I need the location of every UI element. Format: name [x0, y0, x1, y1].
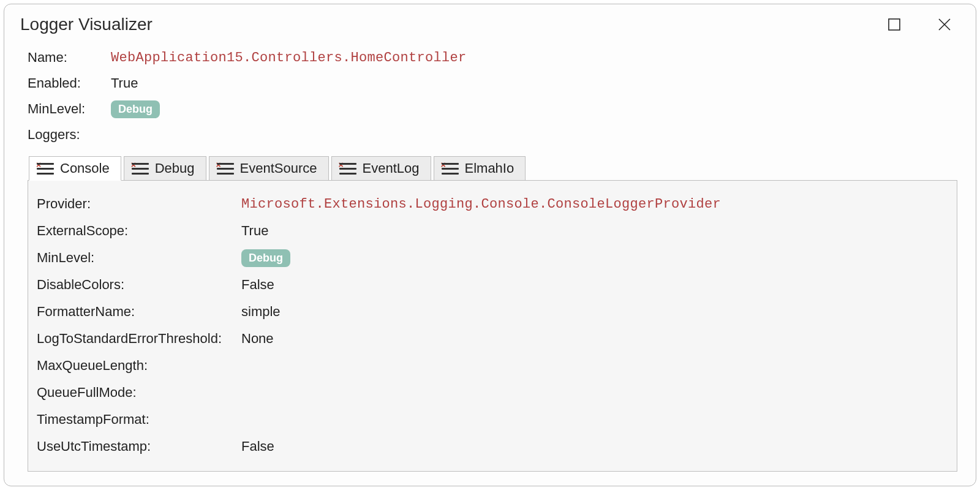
body: Name: WebApplication15.Controllers.HomeC… — [4, 45, 976, 472]
property-value: Microsoft.Extensions.Logging.Console.Con… — [241, 197, 721, 212]
tabs: ×Console×Debug×EventSource×EventLog×Elma… — [29, 156, 957, 181]
property-label: QueueFullMode: — [37, 385, 241, 401]
loggers-label: Loggers: — [28, 127, 111, 143]
property-label: MaxQueueLength: — [37, 358, 241, 374]
titlebar: Logger Visualizer — [4, 4, 976, 45]
property-label: FormatterName: — [37, 304, 241, 320]
tab-label: ElmahIo — [465, 160, 514, 176]
close-icon — [937, 17, 952, 32]
property-value: False — [241, 439, 274, 454]
svg-rect-0 — [889, 19, 900, 30]
property-row: MinLevel:Debug — [37, 244, 948, 271]
property-row: LogToStandardErrorThreshold:None — [37, 325, 948, 352]
property-label: TimestampFormat: — [37, 412, 241, 428]
tab-console[interactable]: ×Console — [29, 156, 121, 181]
property-label: MinLevel: — [37, 250, 241, 266]
field-enabled: Enabled: True — [28, 70, 957, 96]
tab-eventlog[interactable]: ×EventLog — [331, 156, 431, 181]
window-title: Logger Visualizer — [20, 15, 153, 34]
property-row: MaxQueueLength: — [37, 352, 948, 379]
maximize-icon — [888, 18, 901, 31]
property-row: Provider:Microsoft.Extensions.Logging.Co… — [37, 190, 948, 217]
log-list-icon: × — [132, 162, 149, 175]
field-name: Name: WebApplication15.Controllers.HomeC… — [28, 45, 957, 70]
property-label: UseUtcTimestamp: — [37, 439, 241, 454]
tab-label: Console — [60, 160, 110, 176]
log-list-icon: × — [442, 162, 459, 175]
property-row: ExternalScope:True — [37, 217, 948, 244]
log-list-icon: × — [37, 162, 54, 175]
log-list-icon: × — [217, 162, 234, 175]
property-row: DisableColors:False — [37, 271, 948, 298]
property-row: UseUtcTimestamp:False — [37, 433, 948, 460]
property-value: simple — [241, 304, 281, 320]
tab-label: EventLog — [363, 160, 420, 176]
property-value: False — [241, 277, 274, 293]
property-value: None — [241, 331, 274, 347]
field-minlevel: MinLevel: Debug — [28, 96, 957, 122]
minlevel-badge: Debug — [111, 100, 160, 118]
window: Logger Visualizer Name: WebApplication15… — [4, 4, 976, 486]
name-value: WebApplication15.Controllers.HomeControl… — [111, 50, 467, 66]
tab-debug[interactable]: ×Debug — [124, 156, 206, 181]
property-value: Debug — [241, 249, 290, 267]
property-value: True — [241, 223, 268, 239]
property-label: DisableColors: — [37, 277, 241, 293]
name-label: Name: — [28, 50, 111, 66]
log-list-icon: × — [339, 162, 356, 175]
field-loggers: Loggers: — [28, 122, 957, 148]
property-label: Provider: — [37, 196, 241, 212]
enabled-label: Enabled: — [28, 75, 111, 91]
property-row: FormatterName:simple — [37, 298, 948, 325]
minlevel-label: MinLevel: — [28, 101, 111, 117]
enabled-value: True — [111, 75, 138, 91]
tab-eventsource[interactable]: ×EventSource — [209, 156, 329, 181]
property-label: LogToStandardErrorThreshold: — [37, 331, 241, 347]
property-row: TimestampFormat: — [37, 406, 948, 433]
property-label: ExternalScope: — [37, 223, 241, 239]
close-button[interactable] — [930, 10, 959, 39]
logger-panel: Provider:Microsoft.Extensions.Logging.Co… — [28, 180, 957, 472]
tab-label: EventSource — [240, 160, 317, 176]
tab-elmahio[interactable]: ×ElmahIo — [434, 156, 526, 181]
tab-label: Debug — [155, 160, 195, 176]
property-row: QueueFullMode: — [37, 379, 948, 406]
maximize-button[interactable] — [880, 10, 908, 39]
